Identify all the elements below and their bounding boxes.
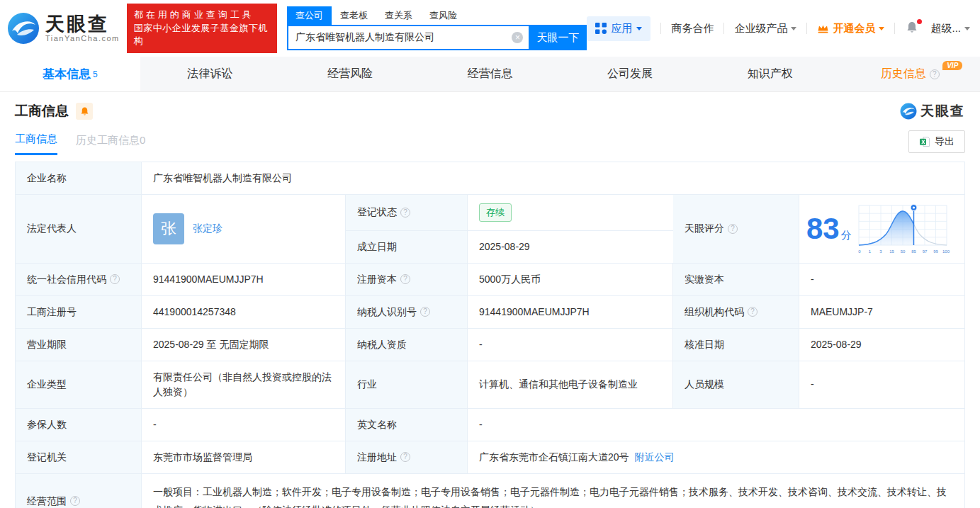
paid-capital-value: - (799, 264, 964, 295)
help-icon[interactable] (70, 496, 80, 506)
section-title: 工商信息 (15, 102, 69, 120)
tianyancha-logo-icon (7, 12, 40, 45)
clear-icon[interactable] (512, 32, 523, 43)
divider (660, 23, 661, 34)
search-tab-relation[interactable]: 查关系 (376, 6, 421, 25)
help-icon[interactable] (400, 452, 410, 462)
menu-enterprise-products[interactable]: 企业级产品 (734, 22, 796, 35)
nearby-companies-link[interactable]: 附近公司 (635, 450, 675, 465)
table-subrow: 登记状态 存续 (346, 195, 672, 231)
logo-domain: TianYanCha.com (45, 34, 120, 43)
tianyancha-watermark-icon (900, 103, 917, 120)
help-icon[interactable] (930, 69, 940, 79)
company-type-value: 有限责任公司（非自然人投资或控股的法人独资） (142, 361, 346, 408)
apps-menu-label: 应用 (611, 22, 632, 35)
search-box: 天眼一下 (287, 25, 587, 50)
business-term-value: 2025-08-29 至 无固定期限 (142, 329, 346, 361)
top-menu: 应用 商务合作 企业级产品 开通会员 (587, 16, 970, 41)
table-row: 企业类型 有限责任公司（非自然人投资或控股的法人独资） 行业 计算机、通信和其他… (16, 361, 964, 409)
chart-x-axis: 0 1 3 15 50 85 97 99 100 (858, 249, 950, 254)
table-row: 经营范围 一般项目：工业机器人制造；软件开发；电子专用设备制造；电子专用设备销售… (16, 474, 964, 508)
svg-text:99: 99 (933, 249, 938, 254)
tab-legal-proceedings[interactable]: 法律诉讼 (140, 57, 281, 91)
svg-text:3: 3 (879, 249, 882, 254)
menu-cooperation[interactable]: 商务合作 (671, 22, 714, 35)
export-button[interactable]: 导出 (908, 130, 965, 153)
top-header: 天眼查 TianYanCha.com 都在用的商业查询工具 国家中小企业发展子基… (0, 0, 980, 57)
tab-operational-risk[interactable]: 经营风险 (280, 57, 420, 91)
help-icon[interactable] (420, 307, 430, 317)
field-label: 登记状态 (346, 195, 468, 230)
search-tab-risk[interactable]: 查风险 (421, 6, 466, 25)
svg-text:0: 0 (858, 249, 861, 254)
grid-icon (595, 23, 607, 34)
user-menu-label: 超级... (930, 22, 961, 35)
field-label: 组织机构代码 (673, 296, 799, 328)
field-label: 成立日期 (346, 231, 468, 263)
business-scope-value: 一般项目：工业机器人制造；软件开发；电子专用设备制造；电子专用设备销售；电子元器… (142, 474, 964, 508)
field-label: 注册资本 (346, 264, 468, 295)
table-row: 法定代表人 张 张定珍 登记状态 存续 成立日期 2025-08-29 (16, 195, 964, 264)
crown-icon (817, 23, 829, 34)
notification-bell-icon[interactable] (905, 21, 920, 36)
logo-brand: 天眼查 (45, 14, 120, 34)
user-menu[interactable]: 超级... (930, 22, 970, 35)
search-tab-company[interactable]: 查公司 (287, 6, 332, 25)
taxpayer-quality-value: - (468, 329, 673, 361)
table-row: 统一社会信用代码 91441900MAEUMJJP7H 注册资本 5000万人民… (16, 264, 964, 296)
tab-business-info[interactable]: 经营信息 (420, 57, 561, 91)
export-button-label: 导出 (935, 135, 954, 148)
help-icon[interactable] (400, 274, 410, 284)
tianyan-score-cell[interactable]: 83分 (799, 195, 964, 263)
brand-watermark-text: 天眼查 (920, 102, 965, 120)
page: 天眼查 TianYanCha.com 都在用的商业查询工具 国家中小企业发展子基… (0, 0, 980, 508)
address-value: 广东省东莞市企石镇江南大道20号 (479, 450, 629, 465)
svg-text:1: 1 (869, 249, 872, 254)
status-badge: 存续 (479, 203, 512, 222)
tab-basic-info-label: 基本信息 (43, 66, 91, 82)
tab-intellectual-property[interactable]: 知识产权 (700, 57, 840, 91)
field-label: 天眼评分 (673, 195, 799, 263)
tab-history-info[interactable]: VIP 历史信息 (840, 57, 980, 91)
svg-text:85: 85 (911, 249, 916, 254)
menu-vip[interactable]: 开通会员 (817, 22, 884, 35)
search-input[interactable] (288, 26, 529, 49)
tab-basic-info-count: 5 (93, 69, 98, 79)
section-header: 工商信息 天眼查 (0, 92, 980, 123)
tab-basic-info[interactable]: 基本信息 5 (0, 57, 140, 91)
search-area: 查公司 查老板 查关系 查风险 天眼一下 (287, 6, 587, 50)
table-subrow: 成立日期 2025-08-29 (346, 231, 672, 263)
address-cell: 广东省东莞市企石镇江南大道20号 附近公司 (468, 441, 964, 473)
subtab-business-info[interactable]: 工商信息 (15, 132, 57, 155)
establish-date-value: 2025-08-29 (468, 231, 673, 263)
logo-text: 天眼查 TianYanCha.com (45, 14, 120, 43)
search-input-wrap (287, 25, 529, 50)
table-row: 企业名称 广东省唯智机器人制造有限公司 (16, 162, 964, 195)
field-label: 参保人数 (16, 409, 142, 441)
field-label: 登记机关 (16, 441, 142, 473)
search-button[interactable]: 天眼一下 (529, 25, 587, 50)
subtab-history-business-info[interactable]: 历史工商信息0 (76, 134, 145, 154)
chevron-down-icon (879, 27, 884, 30)
staff-size-value: - (799, 361, 964, 408)
table-row: 营业期限 2025-08-29 至 无固定期限 纳税人资质 - 核准日期 202… (16, 329, 964, 361)
help-icon[interactable] (400, 208, 410, 218)
legal-rep-link[interactable]: 张定珍 (193, 221, 223, 236)
monitor-bell-icon[interactable] (76, 103, 93, 120)
score-unit: 分 (841, 229, 852, 241)
tianyancha-logo[interactable]: 天眼查 TianYanCha.com (7, 12, 120, 45)
table-row: 工商注册号 441900014257348 纳税人识别号 91441900MAE… (16, 296, 964, 329)
help-icon[interactable] (728, 224, 738, 234)
registry-value: 东莞市市场监督管理局 (142, 441, 346, 473)
table-row: 登记机关 东莞市市场监督管理局 注册地址 广东省东莞市企石镇江南大道20号 附近… (16, 441, 964, 474)
english-name-value: - (468, 409, 964, 441)
apps-menu-button[interactable]: 应用 (587, 16, 650, 41)
help-icon[interactable] (748, 307, 757, 317)
legal-rep-avatar[interactable]: 张 (153, 213, 184, 244)
tab-company-development[interactable]: 公司发展 (560, 57, 700, 91)
help-icon[interactable] (110, 274, 120, 284)
search-tab-boss[interactable]: 查老板 (332, 6, 376, 25)
field-label: 纳税人识别号 (346, 296, 468, 328)
field-label: 注册地址 (346, 441, 468, 473)
insured-value: - (142, 409, 346, 441)
